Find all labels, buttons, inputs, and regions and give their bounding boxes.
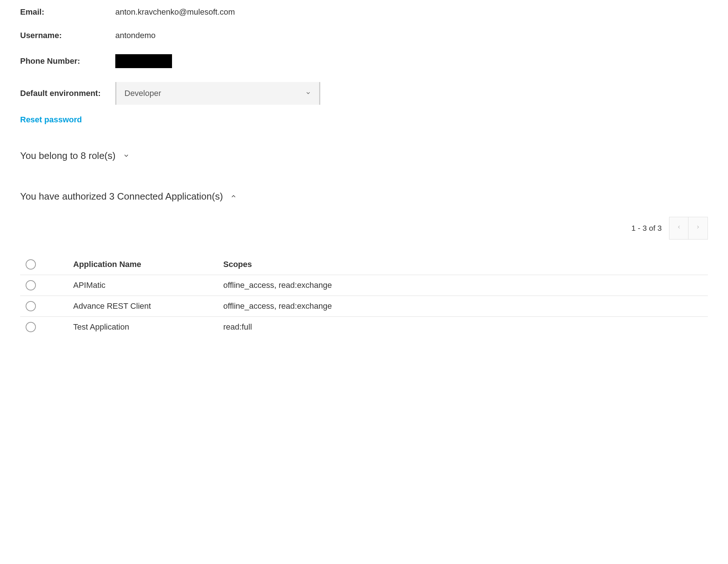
header-application-name: Application Name xyxy=(73,260,223,269)
row-radio[interactable] xyxy=(26,280,36,290)
roles-section-toggle[interactable]: You belong to 8 role(s) xyxy=(20,150,708,162)
page-prev-button[interactable] xyxy=(669,217,688,239)
table-row: Test Application read:full xyxy=(20,317,708,337)
table-header-row: Application Name Scopes xyxy=(20,254,708,275)
cell-application-name: APIMatic xyxy=(73,281,223,290)
username-value: antondemo xyxy=(115,31,156,40)
select-all-cell xyxy=(20,259,73,270)
page-next-button[interactable] xyxy=(688,217,708,239)
header-scopes: Scopes xyxy=(223,260,708,269)
email-label: Email: xyxy=(20,7,115,17)
reset-password-link[interactable]: Reset password xyxy=(20,115,82,125)
pager-buttons xyxy=(669,217,708,240)
roles-section-title: You belong to 8 role(s) xyxy=(20,150,116,162)
chevron-right-icon xyxy=(695,223,701,233)
username-row: Username: antondemo xyxy=(20,31,708,40)
chevron-down-icon xyxy=(123,150,130,162)
table-row: APIMatic offline_access, read:exchange xyxy=(20,275,708,296)
phone-value-redacted xyxy=(115,54,172,68)
chevron-up-icon xyxy=(230,191,237,202)
chevron-left-icon xyxy=(676,223,682,233)
pagination-range: 1 - 3 of 3 xyxy=(631,224,662,233)
select-all-radio[interactable] xyxy=(26,259,36,270)
row-radio[interactable] xyxy=(26,301,36,311)
chevron-down-icon xyxy=(305,89,311,98)
phone-row: Phone Number: xyxy=(20,54,708,68)
environment-label: Default environment: xyxy=(20,89,115,98)
cell-application-name: Test Application xyxy=(73,322,223,332)
phone-label: Phone Number: xyxy=(20,56,115,66)
environment-dropdown[interactable]: Developer xyxy=(115,82,320,105)
cell-scopes: read:full xyxy=(223,322,708,332)
environment-selected-value: Developer xyxy=(124,89,161,98)
environment-row: Default environment: Developer xyxy=(20,82,708,105)
cell-scopes: offline_access, read:exchange xyxy=(223,281,708,290)
email-value: anton.kravchenko@mulesoft.com xyxy=(115,7,235,17)
email-row: Email: anton.kravchenko@mulesoft.com xyxy=(20,7,708,17)
table-row: Advance REST Client offline_access, read… xyxy=(20,296,708,317)
cell-application-name: Advance REST Client xyxy=(73,301,223,311)
pagination: 1 - 3 of 3 xyxy=(20,217,708,240)
apps-section-toggle[interactable]: You have authorized 3 Connected Applicat… xyxy=(20,191,708,202)
applications-table: Application Name Scopes APIMatic offline… xyxy=(20,254,708,337)
row-radio[interactable] xyxy=(26,322,36,332)
username-label: Username: xyxy=(20,31,115,40)
apps-section-title: You have authorized 3 Connected Applicat… xyxy=(20,191,223,202)
cell-scopes: offline_access, read:exchange xyxy=(223,301,708,311)
